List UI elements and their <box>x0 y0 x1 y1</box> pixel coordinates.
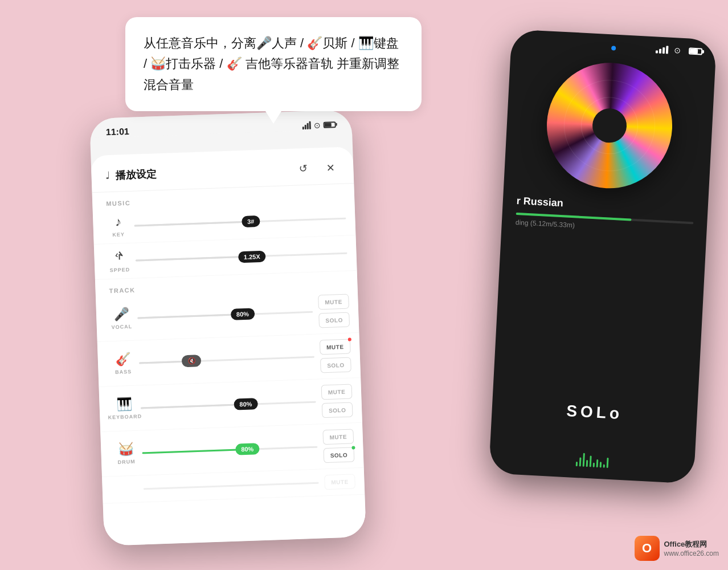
speed-slider[interactable]: 1.25X <box>135 242 347 272</box>
vocal-icon: 🎤 <box>113 307 129 322</box>
bass-slider[interactable]: 🔇 <box>138 345 314 374</box>
watermark-logo: O <box>635 536 660 561</box>
vocal-mute-button[interactable]: MUTE <box>318 294 349 310</box>
drum-slider[interactable]: 80% <box>142 435 318 465</box>
phone-left: 11:01 ⊙ ♩ 播放设定 ↺ ✕ <box>89 109 366 546</box>
drum-controls[interactable]: MUTE SOLO <box>322 429 354 463</box>
vocal-label: VOCAL <box>111 324 132 330</box>
vocal-solo-button[interactable]: SOLO <box>318 312 350 328</box>
keyboard-controls[interactable]: MUTE SOLO <box>321 384 353 418</box>
wifi-icon-left: ⊙ <box>313 120 321 129</box>
vinyl-area <box>504 58 715 194</box>
vinyl-record <box>543 60 675 192</box>
bass-label: BASS <box>115 369 132 375</box>
status-icons: ⊙ <box>302 120 336 130</box>
watermark-url: www.office26.com <box>664 549 719 557</box>
close-button[interactable]: ✕ <box>321 158 340 177</box>
reset-button[interactable]: ↺ <box>294 160 313 178</box>
keyboard-icon-wrap: 🎹 KEYBOARD <box>108 396 141 420</box>
bass-mute-button[interactable]: MUTE <box>320 339 351 355</box>
vocal-value: 80% <box>231 308 255 320</box>
bass-value: 🔇 <box>182 355 202 367</box>
key-slider[interactable]: 3# <box>134 207 346 237</box>
drum-icon: 🥁 <box>118 442 134 457</box>
extra-controls: MUTE <box>324 474 355 490</box>
key-label: KEY <box>112 231 125 238</box>
phone-right: ⊙ r Russian ding (5.12m/5.33m) SOLo <box>489 29 717 484</box>
watermark: O Office教程网 www.office26.com <box>635 536 719 561</box>
keyboard-mute-button[interactable]: MUTE <box>321 384 353 400</box>
signal-bars-icon <box>656 45 669 54</box>
left-status-bar: 11:01 ⊙ <box>89 109 352 138</box>
speed-value: 1.25X <box>238 250 266 263</box>
settings-actions[interactable]: ↺ ✕ <box>294 158 340 178</box>
keyboard-solo-button[interactable]: SOLO <box>322 402 353 418</box>
keyboard-icon: 🎹 <box>117 397 133 412</box>
drum-value: 80% <box>235 443 260 455</box>
vocal-controls[interactable]: MUTE SOLO <box>318 294 350 328</box>
vocal-slider[interactable]: 80% <box>137 300 313 329</box>
right-status-bar: ⊙ <box>511 29 717 57</box>
key-icon: ♪ <box>114 214 121 229</box>
keyboard-value: 80% <box>234 398 258 410</box>
speech-bubble: 从任意音乐中，分离🎤人声 / 🎸贝斯 / 🎹键盘 / 🥁打击乐器 / 🎸 吉他等… <box>125 17 422 111</box>
bass-solo-button[interactable]: SOLO <box>320 357 351 373</box>
settings-panel: ♩ 播放设定 ↺ ✕ MUSIC ♪ KEY 3# <box>91 146 366 546</box>
drum-label: DRUM <box>117 459 135 465</box>
wifi-icon: ⊙ <box>674 46 681 55</box>
phone-time: 11:01 <box>106 127 130 137</box>
speed-label: SPPED <box>109 267 130 273</box>
watermark-site-name: Office教程网 <box>664 539 719 549</box>
track-title: r Russian <box>516 195 694 216</box>
settings-title-area: ♩ 播放设定 <box>105 167 157 182</box>
bass-controls[interactable]: MUTE SOLO <box>320 339 351 373</box>
vocal-icon-wrap: 🎤 VOCAL <box>105 307 138 331</box>
extra-icon-wrap <box>112 488 144 490</box>
drum-icon-wrap: 🥁 DRUM <box>110 441 142 465</box>
waveform <box>489 448 695 473</box>
solo-label: SOLo <box>566 402 623 423</box>
keyboard-slider[interactable]: 80% <box>140 390 316 420</box>
speed-icon <box>113 249 126 265</box>
speech-bubble-text: 从任意音乐中，分离🎤人声 / 🎸贝斯 / 🎹键盘 / 🥁打击乐器 / 🎸 吉他等… <box>144 33 403 95</box>
speed-icon-wrap: SPPED <box>103 249 136 274</box>
extra-mute-button: MUTE <box>324 474 355 490</box>
key-value: 3# <box>242 215 260 227</box>
drum-mute-button[interactable]: MUTE <box>322 429 354 445</box>
battery-icon <box>689 47 703 55</box>
keyboard-label: KEYBOARD <box>108 413 142 420</box>
bass-icon: 🎸 <box>115 352 131 367</box>
drum-solo-button[interactable]: SOLO <box>323 447 354 463</box>
key-icon-wrap: ♪ KEY <box>102 214 134 238</box>
settings-title: 播放设定 <box>115 167 157 182</box>
music-note-icon: ♩ <box>105 169 110 182</box>
bass-icon-wrap: 🎸 BASS <box>107 351 139 375</box>
